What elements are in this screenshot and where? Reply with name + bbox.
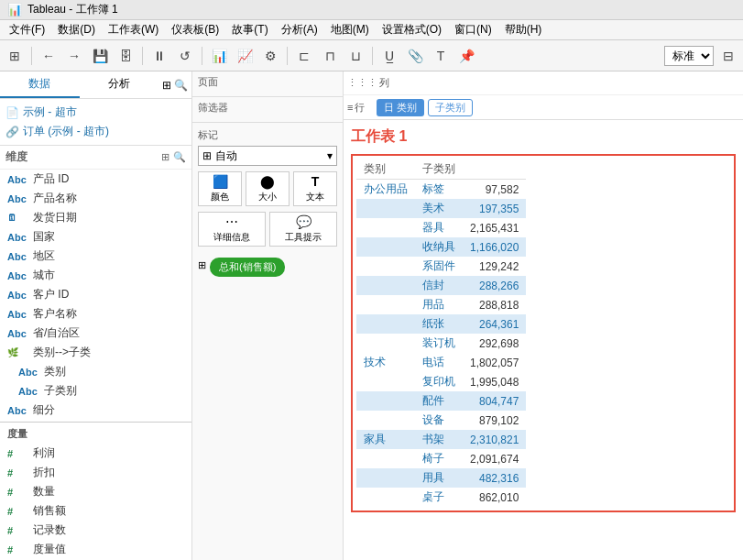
cell-value: 2,310,821 — [463, 430, 526, 449]
cell-value: 129,242 — [463, 257, 526, 276]
field-province[interactable]: Abc 省/自治区 — [0, 324, 191, 343]
menu-data[interactable]: 数据(D) — [52, 20, 101, 39]
toolbar-fit3[interactable]: ⊔ — [344, 45, 366, 67]
cell-value: 288,266 — [463, 276, 526, 295]
field-region[interactable]: Abc 地区 — [0, 247, 191, 266]
field-discount[interactable]: # 折扣 — [0, 463, 191, 482]
marks-detail-btn[interactable]: ⋯ 详细信息 — [198, 212, 266, 247]
measures-label: 度量 — [0, 424, 191, 444]
dim-measure-divider — [0, 422, 191, 423]
field-sales[interactable]: # 销售额 — [0, 501, 191, 521]
marks-section: 标记 ⊞ 自动 ▾ 🟦 颜色 ⬤ 大小 T 文本 — [192, 123, 343, 282]
table-small-icon: ⊞ — [198, 259, 206, 271]
rows-subcategory-pill[interactable]: 子类别 — [428, 99, 473, 116]
toolbar-pause[interactable]: ⏸ — [148, 45, 170, 67]
field-measure-values[interactable]: # 度量值 — [0, 540, 191, 559]
field-profit[interactable]: # 利润 — [0, 444, 191, 463]
data-table: 类别 子类别 办公用品标签97,582美术197,355器具2,165,431收… — [356, 159, 526, 507]
toolbar-chart2[interactable]: 📈 — [234, 45, 256, 67]
title-text: Tableau - 工作簿 1 — [27, 2, 118, 17]
toolbar-grid[interactable]: ⊞ — [4, 45, 26, 67]
toolbar-undo[interactable]: ← — [38, 45, 60, 67]
menu-worksheet[interactable]: 工作表(W) — [103, 20, 164, 39]
toolbar-t[interactable]: T — [430, 45, 452, 67]
menu-dashboard[interactable]: 仪表板(B) — [166, 20, 224, 39]
toolbar-sep-5 — [372, 47, 373, 65]
marks-tooltip-btn[interactable]: 💬 工具提示 — [269, 212, 337, 247]
field-segment[interactable]: Abc 细分 — [0, 401, 191, 420]
rows-category-pill[interactable]: 日 类别 — [377, 99, 424, 116]
field-product-name[interactable]: Abc 产品名称 — [0, 189, 191, 208]
columns-label: ⋮⋮⋮ 列 — [347, 76, 373, 90]
color-icon: 🟦 — [213, 174, 228, 189]
field-product-id[interactable]: Abc 产品 ID — [0, 170, 191, 189]
table-row: 设备879,102 — [356, 411, 526, 430]
menu-format[interactable]: 设置格式(O) — [377, 20, 447, 39]
menu-file[interactable]: 文件(F) — [4, 20, 50, 39]
size-icon: ⬤ — [260, 174, 275, 189]
toolbar-newds[interactable]: 🗄 — [115, 45, 137, 67]
text-icon: T — [311, 174, 320, 189]
field-subcategory[interactable]: Abc 子类别 — [0, 381, 191, 401]
dimensions-header: 维度 ⊞ 🔍 — [0, 146, 191, 170]
toolbar-fit1[interactable]: ⊏ — [293, 45, 315, 67]
marks-size-btn[interactable]: ⬤ 大小 — [246, 171, 290, 206]
table-row: 装订机292,698 — [356, 334, 526, 353]
search-icon[interactable]: 🔍 — [174, 79, 188, 92]
tab-analysis[interactable]: 分析 — [80, 71, 159, 98]
cell-subcategory: 电话 — [415, 353, 463, 372]
search-dim-icon[interactable]: 🔍 — [173, 151, 186, 163]
toolbar-underline[interactable]: U̲ — [378, 45, 400, 67]
sum-sales-pill[interactable]: 总和(销售额) — [210, 258, 285, 277]
field-country[interactable]: Abc 国家 — [0, 227, 191, 247]
toolbar-pin[interactable]: 📌 — [455, 45, 477, 67]
field-customer-name[interactable]: Abc 客户名称 — [0, 304, 191, 324]
marks-type-dropdown[interactable]: ⊞ 自动 ▾ — [198, 146, 337, 166]
toolbar-fit2[interactable]: ⊓ — [319, 45, 341, 67]
menu-story[interactable]: 故事(T) — [226, 20, 273, 39]
toolbar-view-select[interactable]: 标准 — [664, 46, 714, 66]
field-category-hier[interactable]: 🌿 类别-->子类 — [0, 343, 191, 362]
grid-view-icon[interactable]: ⊞ — [161, 151, 169, 163]
col-header-value — [463, 159, 526, 180]
toolbar-redo[interactable]: → — [63, 45, 85, 67]
field-ship-date[interactable]: 🗓 发货日期 — [0, 208, 191, 227]
cell-value: 862,010 — [463, 488, 526, 507]
cell-category — [356, 488, 415, 507]
cell-value: 482,316 — [463, 468, 526, 488]
grid-icon[interactable]: ⊞ — [162, 79, 171, 92]
menu-map[interactable]: 地图(M) — [325, 20, 375, 39]
toolbar-split[interactable]: ⊟ — [717, 45, 739, 67]
cell-value: 292,698 — [463, 334, 526, 353]
marks-color-btn[interactable]: 🟦 颜色 — [198, 171, 242, 206]
table-row: 技术电话1,802,057 — [356, 353, 526, 372]
toolbar-sep-2 — [142, 47, 143, 65]
datasource-orders[interactable]: 🔗 订单 (示例 - 超市) — [5, 122, 186, 141]
middle-panel: 页面 筛选器 标记 ⊞ 自动 ▾ 🟦 颜色 ⬤ 大小 — [192, 71, 344, 560]
table-row: 复印机1,995,048 — [356, 372, 526, 391]
datasource-superstore[interactable]: 📄 示例 - 超市 — [5, 103, 186, 122]
toolbar-refresh[interactable]: ↺ — [174, 45, 196, 67]
menu-help[interactable]: 帮助(H) — [499, 20, 548, 39]
field-category[interactable]: Abc 类别 — [0, 362, 191, 381]
cell-subcategory: 用具 — [415, 468, 463, 488]
title-bar: 📊 Tableau - 工作簿 1 — [0, 0, 743, 20]
menu-analysis[interactable]: 分析(A) — [276, 20, 323, 39]
toolbar-clip[interactable]: 📎 — [404, 45, 426, 67]
toolbar-save[interactable]: 💾 — [89, 45, 111, 67]
field-customer-id[interactable]: Abc 客户 ID — [0, 285, 191, 304]
field-city[interactable]: Abc 城市 — [0, 266, 191, 285]
marks-text-btn[interactable]: T 文本 — [293, 171, 337, 206]
pages-section: 页面 — [192, 71, 343, 97]
tab-data[interactable]: 数据 — [0, 71, 80, 98]
toolbar-chart1[interactable]: 📊 — [208, 45, 230, 67]
cell-subcategory: 收纳具 — [415, 237, 463, 257]
toolbar-chart3[interactable]: ⚙ — [259, 45, 281, 67]
field-record-count[interactable]: # 记录数 — [0, 521, 191, 540]
pages-label: 页面 — [198, 75, 337, 89]
field-quantity[interactable]: # 数量 — [0, 482, 191, 501]
table-row: 收纳具1,166,020 — [356, 237, 526, 257]
menu-window[interactable]: 窗口(N) — [449, 20, 497, 39]
right-panel: ⋮⋮⋮ 列 ≡ 行 日 类别 子类别 工作表 1 类别 — [344, 71, 743, 560]
cell-value: 2,091,674 — [463, 449, 526, 468]
